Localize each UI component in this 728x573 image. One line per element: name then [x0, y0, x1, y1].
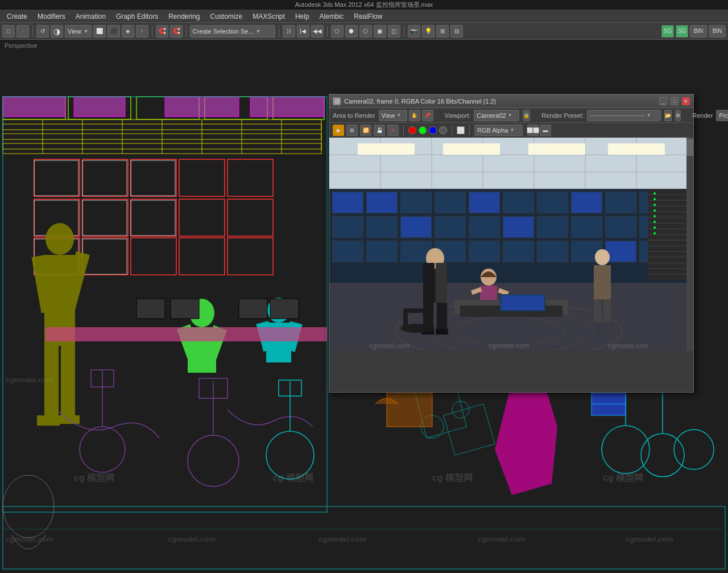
toolbar-undo[interactable]: ↺: [36, 25, 49, 38]
color-blue[interactable]: [429, 126, 437, 134]
toolbar-render1[interactable]: ⬡: [331, 25, 344, 38]
toolbar-btn6[interactable]: |◀: [297, 25, 309, 38]
toolbar-dot[interactable]: ·: [16, 25, 29, 38]
area-dropdown[interactable]: View ▼: [379, 110, 407, 121]
color-dark[interactable]: [439, 126, 447, 134]
svg-rect-132: [571, 216, 602, 238]
menu-maxscript[interactable]: MAXScript: [248, 11, 289, 22]
menu-create[interactable]: Create: [2, 11, 32, 22]
render-icon3[interactable]: 🔁: [360, 125, 371, 136]
toolbar-bin2[interactable]: BIN: [709, 25, 726, 38]
svg-point-168: [653, 192, 656, 195]
view-mode-btns: ⬜⬜ ▬: [527, 125, 551, 136]
toolbar-render4[interactable]: ▣: [374, 25, 386, 38]
menu-help[interactable]: Help: [291, 11, 314, 22]
menu-animation[interactable]: Animation: [71, 11, 110, 22]
svg-rect-150: [572, 192, 602, 213]
svg-rect-139: [469, 241, 500, 262]
render-scrollbar-v[interactable]: [686, 138, 693, 351]
toolbar-select2[interactable]: ⬛: [107, 25, 120, 38]
render-scrollbar-thumb[interactable]: [686, 139, 693, 156]
svg-rect-181: [437, 303, 447, 331]
preset-btn1[interactable]: 📂: [664, 110, 672, 121]
channel-chevron: ▼: [510, 127, 514, 133]
view-mode-1[interactable]: ⬜⬜: [527, 125, 539, 136]
maximize-button[interactable]: □: [671, 97, 679, 105]
toolbar-render5[interactable]: ◫: [388, 25, 400, 38]
channel-dropdown[interactable]: RGB Alpha ▼: [474, 125, 523, 136]
svg-rect-106: [358, 143, 415, 155]
color-green[interactable]: [419, 126, 427, 134]
render-preset-label: Render Preset:: [541, 112, 584, 119]
toolbar-magnet1[interactable]: 🧲: [156, 25, 168, 38]
toolbar-select3[interactable]: ◈: [122, 25, 134, 38]
viewport-chevron: ▼: [508, 113, 512, 118]
toolbar-sg1[interactable]: SG: [661, 25, 674, 38]
svg-rect-196: [403, 308, 432, 313]
svg-rect-55: [37, 415, 60, 426]
right-toolbar-group: SG SG BIN BIN: [661, 25, 726, 38]
svg-rect-34: [74, 97, 125, 117]
preset-chevron: ▼: [647, 113, 651, 118]
svg-point-175: [653, 232, 656, 234]
toolbar-select1[interactable]: ⬜: [93, 25, 106, 38]
toolbar-new[interactable]: □: [2, 25, 15, 38]
render-stop[interactable]: ✕: [387, 125, 399, 136]
view-mode-2[interactable]: ▬: [540, 125, 551, 136]
render-toolbar-row1: Area to Render View ▼ ✋ 📌 Viewport: Came…: [329, 108, 693, 123]
svg-rect-35: [165, 97, 239, 117]
menu-realflow[interactable]: RealFlow: [349, 11, 387, 22]
sep5: [327, 26, 328, 37]
preset-btn2[interactable]: ⚙: [675, 110, 681, 121]
svg-rect-65: [46, 327, 327, 341]
sep-r5: [452, 125, 452, 135]
menu-customize[interactable]: Customize: [206, 11, 247, 22]
toolbar-select4[interactable]: ↑: [136, 25, 148, 38]
menu-graph-editors[interactable]: Graph Editors: [111, 11, 163, 22]
toolbar-render3[interactable]: ⬡: [359, 25, 372, 38]
viewport-dropdown[interactable]: Camera02 ▼: [474, 110, 519, 121]
view-dropdown[interactable]: View ▼: [65, 25, 92, 38]
color-white[interactable]: [457, 126, 465, 134]
svg-rect-178: [423, 263, 435, 303]
render-preset-dropdown[interactable]: ----------------------------- ▼: [587, 110, 661, 121]
toolbar-sg2[interactable]: SG: [676, 25, 688, 38]
sep1: [32, 26, 33, 37]
channel-value: RGB Alpha: [477, 127, 508, 134]
menu-rendering[interactable]: Rendering: [164, 11, 204, 22]
toolbar-btn8[interactable]: ⊞: [436, 25, 449, 38]
rendered-image-svg: cgmodel.com cgmodel.com cgmodel.com: [329, 138, 693, 351]
toolbar-bin1[interactable]: BIN: [690, 25, 707, 38]
toolbar-render2[interactable]: ⬢: [345, 25, 358, 38]
menu-modifiers[interactable]: Modifiers: [33, 11, 70, 22]
area-to-render-label: Area to Render: [333, 112, 375, 119]
svg-text:cgmodel.com: cgmodel.com: [489, 342, 529, 350]
toolbar-btn9[interactable]: ⊟: [450, 25, 463, 38]
render-window: 🖼 Camera02, frame 0, RGBA Color 16 Bits/…: [329, 94, 694, 393]
viewport[interactable]: Perspective cgmodel.com cgmodel.com cgmo…: [0, 40, 728, 573]
toolbar-camera[interactable]: 📷: [408, 25, 420, 38]
menu-alembic[interactable]: Alembic: [315, 11, 349, 22]
pin-tool[interactable]: 📌: [422, 110, 433, 121]
hand-tool[interactable]: ✋: [409, 110, 420, 121]
selection-set-dropdown[interactable]: Create Selection Se... ▼: [190, 25, 275, 38]
render-type-dropdown[interactable]: Production ▼: [716, 110, 728, 121]
toolbar-redo[interactable]: ◑: [51, 25, 63, 38]
render-icon4[interactable]: 💾: [374, 125, 385, 136]
toolbar-btn7[interactable]: ◀◀: [311, 25, 324, 38]
lock-btn[interactable]: 🔒: [523, 110, 530, 121]
color-red[interactable]: [408, 126, 416, 134]
close-button[interactable]: ✕: [682, 97, 690, 105]
render-icon-orange[interactable]: ▶: [333, 125, 344, 136]
svg-rect-66: [136, 299, 165, 319]
svg-point-171: [653, 209, 656, 212]
toolbar-light[interactable]: 💡: [422, 25, 435, 38]
render-icon2[interactable]: ⊞: [346, 125, 358, 136]
svg-rect-68: [239, 299, 267, 319]
svg-point-199: [400, 324, 435, 333]
render-toolbar-row2: ▶ ⊞ 🔁 💾 ✕ RGB Alpha ▼ ⬜⬜ ▬: [329, 123, 693, 138]
minimize-button[interactable]: _: [659, 97, 667, 105]
svg-rect-125: [332, 216, 363, 238]
toolbar-magnet2[interactable]: 🧲: [170, 25, 183, 38]
toolbar-btn5[interactable]: ⟩⟩: [283, 25, 295, 38]
